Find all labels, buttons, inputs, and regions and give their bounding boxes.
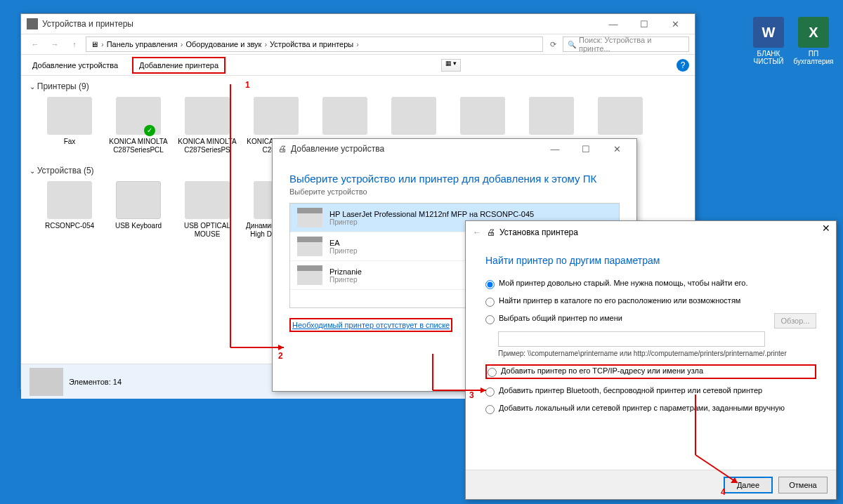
breadcrumb[interactable]: 🖥 › Панель управления › Оборудование и з…: [86, 37, 543, 52]
example-text: Пример: \\computername\printername или h…: [498, 350, 816, 357]
forward-button[interactable]: →: [46, 37, 63, 52]
close-button[interactable]: ✕: [603, 144, 631, 154]
window-title: Устройства и принтеры: [42, 19, 133, 29]
annotation-3: 3: [469, 390, 474, 400]
back-button[interactable]: ←: [473, 227, 481, 237]
window-title: Установка принтера: [499, 227, 578, 237]
device-item[interactable]: USB OPTICAL MOUSE: [176, 181, 239, 239]
back-button[interactable]: ←: [27, 37, 44, 52]
window-icon: [27, 18, 38, 29]
titlebar[interactable]: 🖨 Добавление устройства — ☐ ✕: [273, 139, 636, 159]
annotation-4: 4: [721, 487, 726, 497]
wizard-heading: Выберите устройство или принтер для доба…: [289, 173, 620, 185]
desktop-icon-word[interactable]: W БЛАНК ЧИСТЫЙ: [747, 17, 790, 65]
next-button[interactable]: Далее: [724, 477, 773, 493]
wizard-heading: Найти принтер по другим параметрам: [485, 255, 816, 266]
option-old-printer[interactable]: Мой принтер довольно старый. Мне нужна п…: [485, 279, 816, 289]
annotation-2: 2: [278, 351, 283, 361]
printer-item[interactable]: KONICA MINOLTA C287SeriesPS: [176, 97, 239, 154]
maximize-button[interactable]: ☐: [572, 144, 600, 154]
status-text: Элементов: 14: [69, 378, 122, 386]
toolbar: Добавление устройства Добавление принтер…: [21, 55, 695, 76]
option-bluetooth[interactable]: Добавить принтер Bluetooth, беспроводной…: [485, 386, 816, 397]
option-tcpip[interactable]: Добавить принтер по его TCP/IP-адресу ил…: [485, 364, 816, 379]
minimize-button[interactable]: —: [599, 19, 627, 29]
address-bar: ← → ↑ 🖥 › Панель управления › Оборудован…: [21, 34, 695, 55]
device-item[interactable]: USB Keyboard: [107, 181, 170, 239]
printer-item[interactable]: ✓KONICA MINOLTA C287SeriesPCL: [107, 97, 170, 154]
minimize-button[interactable]: —: [541, 144, 569, 154]
word-icon: W: [753, 17, 784, 48]
close-button[interactable]: ✕: [822, 223, 830, 234]
annotation-1: 1: [245, 80, 250, 90]
printer-icon: [297, 237, 322, 256]
add-printer-button[interactable]: Добавление принтера: [132, 57, 226, 74]
shared-name-input[interactable]: [498, 331, 765, 347]
status-icon: [30, 368, 63, 396]
default-badge-icon: ✓: [144, 125, 155, 136]
window-title: Добавление устройства: [291, 144, 384, 154]
maximize-button[interactable]: ☐: [630, 19, 658, 29]
help-button[interactable]: ?: [677, 59, 689, 72]
desktop-icon-excel[interactable]: X ПП бухгалтерия: [792, 17, 835, 65]
titlebar[interactable]: Устройства и принтеры — ☐ ✕: [21, 14, 695, 34]
add-device-button[interactable]: Добавление устройства: [27, 58, 124, 72]
excel-icon: X: [798, 17, 829, 48]
device-item[interactable]: RCSONPC-054: [38, 181, 101, 239]
install-printer-wizard: ✕ ← 🖨 Установка принтера Найти принтер п…: [465, 220, 837, 500]
up-button[interactable]: ↑: [66, 37, 83, 52]
printer-not-listed-link[interactable]: Необходимый принтер отсутствует в списке: [289, 318, 452, 332]
refresh-button[interactable]: ⟳: [546, 40, 560, 49]
browse-button[interactable]: Обзор...: [774, 313, 816, 329]
option-directory[interactable]: Найти принтер в каталоге по его располож…: [485, 296, 816, 307]
printer-icon: [297, 265, 322, 285]
printers-section-header[interactable]: Принтеры (9): [30, 79, 686, 94]
printer-item[interactable]: Fax: [38, 97, 101, 154]
close-button[interactable]: ✕: [661, 19, 689, 29]
printer-icon: [297, 208, 322, 227]
wizard-subtitle: Выберите устройство: [289, 187, 620, 196]
option-shared-name[interactable]: Выбрать общий принтер по имени: [485, 314, 816, 324]
bc-icon: 🖥: [91, 40, 98, 48]
option-local[interactable]: Добавить локальный или сетевой принтер с…: [485, 404, 816, 414]
cancel-button[interactable]: Отмена: [778, 477, 828, 493]
view-dropdown[interactable]: ▦ ▾: [441, 59, 461, 72]
search-input[interactable]: Поиск: Устройства и принте...: [563, 37, 689, 52]
